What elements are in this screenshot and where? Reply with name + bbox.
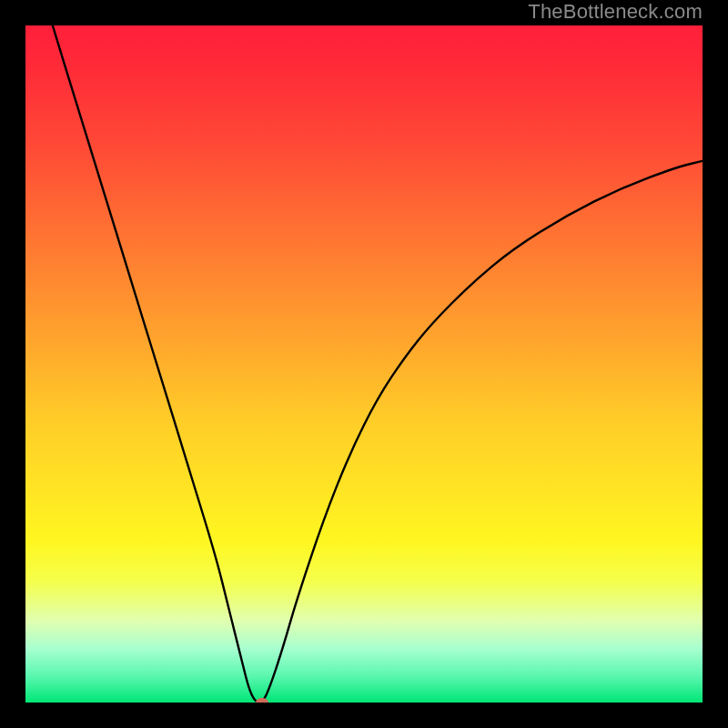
plot-area [25, 25, 703, 703]
chart-frame: TheBottleneck.com [0, 0, 728, 728]
bottleneck-curve [25, 25, 703, 703]
minimum-marker-icon [256, 698, 268, 703]
watermark-text: TheBottleneck.com [528, 0, 703, 24]
